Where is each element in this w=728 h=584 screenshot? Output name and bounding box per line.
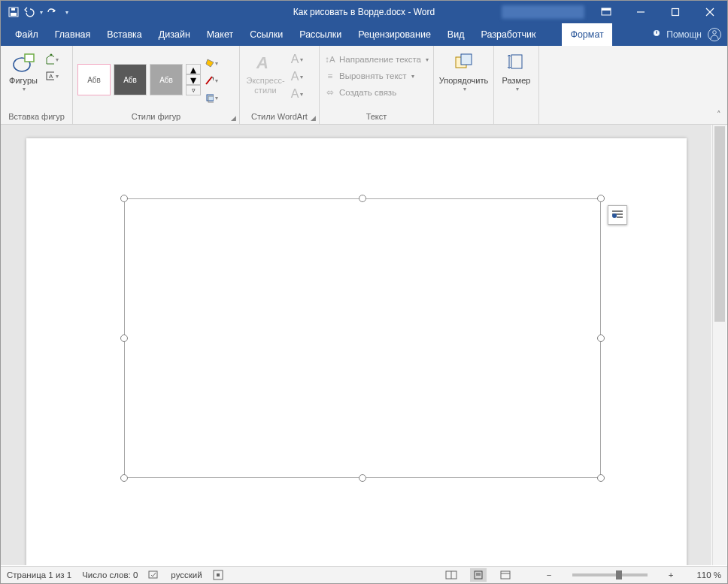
resize-handle-bm[interactable] [359,474,366,482]
tab-design[interactable]: Дизайн [150,23,199,46]
chevron-down-icon: ▾ [463,86,466,93]
tab-file[interactable]: Файл [7,23,47,46]
shape-style-3[interactable]: Абв [150,64,183,95]
quick-styles-button[interactable]: A Экспресс- стили [244,49,287,97]
selected-text-box[interactable] [124,198,601,478]
style-gallery-more[interactable]: ▿ [186,85,201,95]
tab-home[interactable]: Главная [47,23,99,46]
maximize-button[interactable] [658,1,693,23]
resize-handle-tr[interactable] [597,195,605,202]
size-label: Размер [502,76,531,86]
zoom-level[interactable]: 110 % [690,570,721,579]
svg-rect-2 [11,8,15,11]
minimize-button[interactable] [623,1,658,23]
arrange-icon [452,50,476,74]
page-indicator[interactable]: Страница 1 из 1 [7,570,71,579]
group-size: Размер ▾ [494,46,539,124]
ribbon-display-options[interactable] [589,1,623,23]
shapes-label: Фигуры [9,76,38,86]
text-outline-button[interactable]: A▾ [290,69,305,84]
create-link-button[interactable]: ⬄ Создать связь [324,85,396,100]
ribbon-tabs: Файл Главная Вставка Дизайн Макет Ссылки… [1,23,727,46]
shape-style-2[interactable]: Абв [114,64,147,95]
close-button[interactable] [693,1,727,23]
web-layout-button[interactable] [497,568,514,582]
align-text-button[interactable]: ≡ Выровнять текст▾ [324,68,414,83]
print-layout-button[interactable] [470,568,487,582]
tab-insert[interactable]: Вставка [99,23,150,46]
tell-me-search[interactable]: Помощн [653,29,702,40]
arrange-button[interactable]: Упорядочить ▾ [438,49,490,95]
svg-rect-18 [207,95,214,101]
language-indicator[interactable]: русский [171,570,202,579]
svg-rect-22 [461,54,472,65]
tab-developer[interactable]: Разработчик [472,23,544,46]
word-count[interactable]: Число слов: 0 [82,570,138,579]
macro-record-icon[interactable] [213,570,223,580]
zoom-slider[interactable] [572,573,648,576]
tell-me-label: Помощн [666,29,702,40]
resize-handle-tm[interactable] [359,195,366,202]
group-wordart-styles: A Экспресс- стили A▾ A▾ A▾ Стили WordArt… [240,46,320,124]
group-label-wordart: Стили WordArt ◢ [244,110,314,123]
svg-text:A: A [49,73,53,80]
scrollbar-thumb[interactable] [714,126,725,322]
shape-outline-button[interactable]: ▾ [204,73,219,88]
read-mode-button[interactable] [443,568,460,582]
zoom-slider-knob[interactable] [616,570,622,579]
chevron-down-icon: ▾ [516,86,519,93]
style-scroll-down[interactable]: ▾ [186,74,201,85]
page[interactable] [26,138,687,565]
svg-rect-14 [25,54,34,62]
svg-rect-36 [501,571,510,579]
resize-handle-bl[interactable] [120,474,128,482]
resize-handle-br[interactable] [597,474,605,482]
link-icon: ⬄ [324,87,336,98]
redo-icon[interactable] [46,7,58,17]
text-effects-button[interactable]: A▾ [290,86,305,101]
text-fill-button[interactable]: A▾ [290,52,305,67]
window-controls [502,1,727,23]
shape-style-1[interactable]: Абв [77,64,111,95]
group-shape-styles: Абв Абв Абв ▴ ▾ ▿ ▾ ▾ ▾ Стили фигур ◢ [73,46,240,124]
vertical-scrollbar[interactable] [712,125,726,565]
shape-fill-button[interactable]: ▾ [204,56,219,71]
spellcheck-icon[interactable] [148,570,160,580]
undo-dropdown-icon[interactable]: ▾ [40,9,43,16]
dialog-launcher-icon[interactable]: ◢ [311,112,316,124]
svg-text:A: A [256,53,268,72]
undo-icon[interactable] [23,7,35,17]
svg-rect-4 [602,8,611,11]
document-area[interactable] [1,125,711,565]
text-direction-button[interactable]: ↕A Направление текста▾ [324,52,429,67]
shape-effects-button[interactable]: ▾ [204,90,219,105]
collapse-ribbon-icon[interactable]: ˄ [717,110,721,120]
tab-format[interactable]: Формат [562,23,611,46]
shapes-button[interactable]: Фигуры ▾ [5,49,41,95]
tab-mailings[interactable]: Рассылки [291,23,350,46]
edit-shape-button[interactable]: ▾ [44,52,59,67]
dialog-launcher-icon[interactable]: ◢ [231,112,236,124]
ribbon: Фигуры ▾ ▾ A▾ Вставка фигур Абв Абв Абв … [1,46,727,125]
text-box-button[interactable]: A▾ [44,68,59,83]
tab-layout[interactable]: Макет [199,23,241,46]
share-icon[interactable] [708,28,721,41]
save-icon[interactable] [8,7,20,17]
resize-handle-ml[interactable] [120,334,128,342]
status-bar: Страница 1 из 1 Число слов: 0 русский − … [1,566,727,583]
qat-customize-icon[interactable]: ▾ [65,9,68,16]
svg-rect-1 [11,13,17,16]
zoom-out-button[interactable]: − [541,568,557,582]
zoom-in-button[interactable]: + [663,568,679,582]
size-button[interactable]: Размер ▾ [499,49,534,95]
tab-view[interactable]: Вид [439,23,473,46]
layout-options-button[interactable] [608,205,627,225]
tab-review[interactable]: Рецензирование [350,23,439,46]
tab-references[interactable]: Ссылки [241,23,291,46]
user-account[interactable] [502,5,584,19]
group-arrange: Упорядочить ▾ [434,46,494,124]
title-bar: ▾ ▾ Как рисовать в Ворде.docx - Word [1,1,727,23]
resize-handle-tl[interactable] [120,195,128,202]
svg-rect-27 [617,216,623,218]
resize-handle-mr[interactable] [597,334,605,342]
